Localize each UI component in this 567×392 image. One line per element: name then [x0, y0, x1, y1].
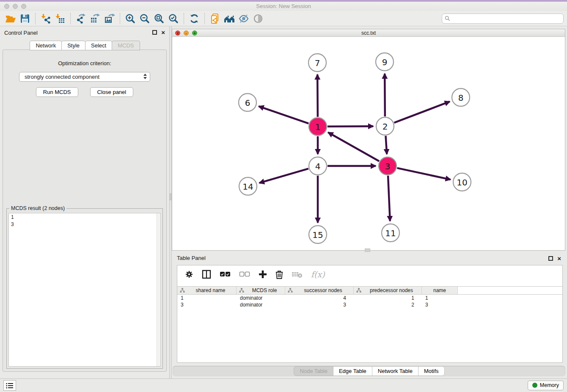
graph-edge-2-8[interactable]: [394, 102, 450, 123]
network-close-button[interactable]: x: [175, 30, 180, 36]
network-window-titlebar: x - + scc.txt: [172, 29, 565, 37]
maximize-window-button[interactable]: [21, 4, 26, 9]
zoom-selected-button[interactable]: [166, 12, 181, 25]
close-panel-button[interactable]: Close panel: [90, 87, 134, 97]
checked-boxes-icon: [220, 271, 231, 277]
graph-edge-1-7[interactable]: [317, 75, 318, 117]
export-network-button[interactable]: [74, 12, 88, 25]
column-header-shared-name[interactable]: shared name: [177, 287, 237, 294]
tab-edge-table[interactable]: Edge Table: [333, 366, 372, 376]
graph-edge-3-1[interactable]: [328, 133, 379, 161]
trash-icon: [275, 270, 283, 279]
graph-edge-2-9[interactable]: [385, 74, 385, 116]
cell-predecessor-nodes[interactable]: 2: [354, 301, 422, 308]
table-row[interactable]: 1dominator411: [177, 295, 562, 301]
control-tab-style[interactable]: Style: [61, 41, 85, 50]
close-panel-icon[interactable]: ×: [161, 30, 165, 35]
export-network-icon: [75, 13, 86, 24]
table-settings-button[interactable]: [185, 270, 193, 279]
cell-name[interactable]: 1: [422, 295, 458, 301]
minimize-window-button[interactable]: [13, 4, 18, 9]
graph-node-label-8: 8: [458, 93, 464, 103]
zoom-fit-button[interactable]: [152, 12, 166, 25]
cell-successor-nodes[interactable]: 3: [285, 301, 354, 308]
graph-edge-1-2[interactable]: [328, 126, 373, 127]
mcds-tab-content: Optimization criterion: strongly connect…: [3, 50, 167, 372]
cell-name[interactable]: 3: [422, 301, 458, 308]
close-table-panel-icon[interactable]: ×: [557, 256, 561, 261]
memory-button[interactable]: Memory: [528, 381, 564, 390]
search-field[interactable]: [442, 14, 564, 24]
table-tabs-band: Node TableEdge TableNetwork TableMotifs: [173, 366, 565, 376]
refresh-layout-button[interactable]: [187, 12, 201, 25]
toolbar-separator: [35, 13, 36, 24]
main-toolbar: [0, 11, 567, 26]
column-selector-button[interactable]: [202, 270, 211, 279]
table-row[interactable]: 3dominator323: [177, 301, 562, 308]
control-tab-mcds[interactable]: MCDS: [112, 41, 140, 50]
cell-shared-name[interactable]: 3: [177, 301, 237, 308]
cell-MCDS-role[interactable]: dominator: [237, 301, 285, 308]
zoom-out-button[interactable]: [138, 12, 152, 25]
cell-predecessor-nodes[interactable]: 1: [354, 295, 422, 301]
graph-node-label-6: 6: [245, 98, 250, 108]
tab-node-table[interactable]: Node Table: [294, 366, 333, 376]
plus-icon: [259, 270, 267, 279]
search-input[interactable]: [452, 16, 561, 22]
column-header-successor-nodes[interactable]: successor nodes: [285, 287, 354, 294]
tab-motifs[interactable]: Motifs: [418, 366, 445, 376]
result-scrollbar[interactable]: [157, 213, 160, 366]
column-header-MCDS-role[interactable]: MCDS role: [237, 287, 285, 294]
network-maximize-button[interactable]: +: [192, 30, 197, 36]
mcds-result-text[interactable]: 1 3: [8, 213, 161, 367]
import-table-button[interactable]: [53, 12, 67, 25]
graph-edge-1-6[interactable]: [259, 106, 308, 123]
control-tab-select[interactable]: Select: [85, 41, 112, 50]
close-window-button[interactable]: [4, 4, 9, 9]
cell-MCDS-role[interactable]: dominator: [237, 295, 285, 301]
graph-edge-3-11[interactable]: [388, 176, 390, 221]
application-window: Session: New Session: [0, 0, 567, 26]
float-table-panel-icon[interactable]: [548, 256, 553, 261]
open-session-button[interactable]: [3, 12, 18, 25]
bird-eye-view-button[interactable]: [251, 12, 265, 25]
save-floppy-icon: [19, 13, 30, 24]
memory-label: Memory: [540, 382, 559, 388]
window-controls: [4, 4, 26, 9]
graph-node-label-10: 10: [457, 177, 467, 188]
save-session-button[interactable]: [18, 12, 32, 25]
column-header-predecessor-nodes[interactable]: predecessor nodes: [354, 287, 422, 294]
import-network-button[interactable]: [39, 12, 53, 25]
export-table-button[interactable]: [88, 12, 102, 25]
graph-node-label-2: 2: [383, 121, 388, 132]
deselect-all-rows-button[interactable]: [239, 271, 250, 277]
cell-successor-nodes[interactable]: 4: [285, 295, 354, 301]
duplicate-network-icon: [209, 13, 220, 24]
graph-edge-2-3[interactable]: [385, 136, 387, 154]
network-view-window: x - + scc.txt 7968124314101511: [172, 29, 565, 251]
graph-edge-3-10[interactable]: [397, 168, 450, 179]
add-row-button[interactable]: [259, 270, 267, 279]
select-all-rows-button[interactable]: [220, 271, 231, 277]
delete-row-button[interactable]: [275, 270, 283, 279]
zoom-in-button[interactable]: [123, 12, 138, 25]
show-all-networks-button[interactable]: [222, 12, 237, 25]
network-minimize-button[interactable]: -: [184, 30, 189, 36]
splitter-grip[interactable]: [170, 193, 171, 200]
run-mcds-button[interactable]: Run MCDS: [36, 87, 78, 97]
control-tab-network[interactable]: Network: [30, 41, 62, 50]
horizontal-splitter-grip[interactable]: [365, 248, 370, 252]
network-canvas[interactable]: 7968124314101511: [172, 37, 565, 250]
export-image-button[interactable]: [102, 12, 117, 25]
show-graphics-details-button[interactable]: [237, 12, 251, 25]
cell-shared-name[interactable]: 1: [177, 295, 237, 301]
graphics-details-eye-icon: [238, 13, 249, 24]
task-history-button[interactable]: [3, 380, 16, 391]
graph-edge-4-14[interactable]: [259, 168, 308, 183]
network-graph[interactable]: 7968124314101511: [172, 37, 565, 251]
float-panel-icon[interactable]: [152, 30, 157, 35]
tab-network-table[interactable]: Network Table: [372, 366, 418, 376]
column-header-name[interactable]: name: [422, 287, 458, 294]
criterion-select[interactable]: strongly connected component: [19, 72, 150, 82]
duplicate-network-button[interactable]: [208, 12, 222, 25]
